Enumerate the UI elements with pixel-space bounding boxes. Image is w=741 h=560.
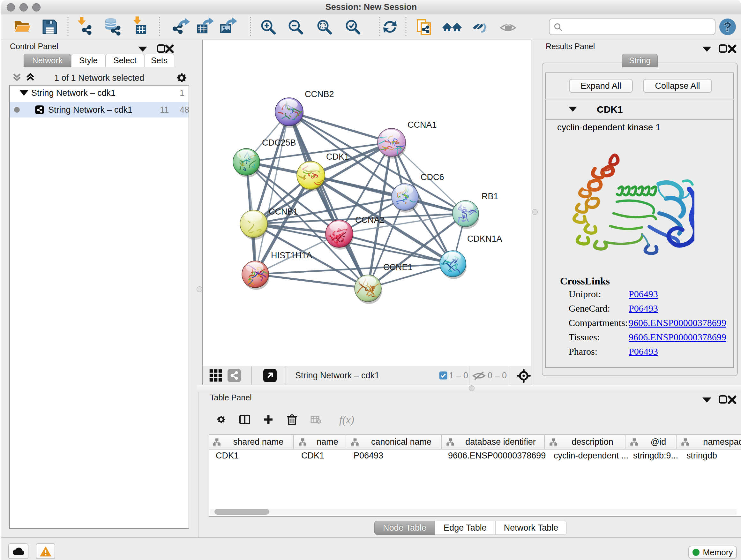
svg-text:?: ?	[724, 20, 731, 34]
svg-text:CCNB2: CCNB2	[305, 89, 334, 99]
svg-text:CDC6: CDC6	[421, 172, 444, 182]
svg-text:f(x): f(x)	[339, 414, 354, 426]
svg-text:CCNA1: CCNA1	[408, 120, 437, 130]
svg-text:HIST1H1A: HIST1H1A	[271, 251, 312, 260]
svg-text:CDC25B: CDC25B	[262, 138, 296, 147]
svg-text:CCNA2: CCNA2	[355, 215, 385, 225]
svg-text:RB1: RB1	[482, 192, 498, 201]
svg-text:CCNB1: CCNB1	[269, 207, 298, 216]
svg-text:CDKN1A: CDKN1A	[467, 234, 502, 244]
svg-text:CDK1: CDK1	[326, 152, 349, 162]
svg-text:CCNE1: CCNE1	[383, 262, 413, 272]
